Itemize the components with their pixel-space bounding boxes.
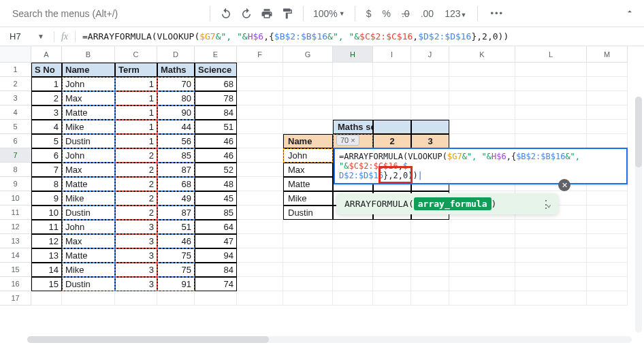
cell-D1[interactable]: Maths [157, 63, 195, 77]
cell-M2[interactable] [587, 77, 628, 91]
cell-G15[interactable] [283, 263, 333, 277]
cell-G11[interactable]: Dustin [283, 206, 333, 220]
cell-H2[interactable] [333, 77, 373, 91]
cell-C13[interactable]: 3 [115, 234, 157, 248]
cell-L6[interactable] [515, 134, 587, 148]
cell-I3[interactable] [373, 91, 411, 105]
cell-J14[interactable] [411, 248, 449, 263]
cell-G12[interactable] [283, 220, 333, 234]
spreadsheet-grid[interactable]: ABCDEFGHIJKLM 1234567891011121314151617 … [0, 46, 644, 345]
cell-E6[interactable]: 46 [195, 134, 237, 148]
cell-F6[interactable] [237, 134, 283, 148]
cell-M15[interactable] [587, 263, 628, 277]
cell-D7[interactable]: 85 [157, 148, 195, 163]
cell-A15[interactable]: 14 [31, 263, 62, 277]
cell-C1[interactable]: Term [115, 63, 157, 77]
cell-F9[interactable] [237, 177, 283, 191]
cell-H4[interactable] [333, 105, 373, 120]
cell-E4[interactable]: 84 [195, 105, 237, 120]
cell-G2[interactable] [283, 77, 333, 91]
format-percent-button[interactable]: % [379, 8, 395, 19]
cell-A7[interactable]: 6 [31, 148, 62, 163]
cell-K2[interactable] [449, 77, 515, 91]
cell-E7[interactable]: 46 [195, 148, 237, 163]
cell-A12[interactable]: 11 [31, 220, 62, 234]
column-header-F[interactable]: F [237, 46, 283, 63]
cell-J6[interactable]: 3 [411, 134, 449, 148]
cell-A9[interactable]: 8 [31, 177, 62, 191]
row-header-8[interactable]: 8 [0, 163, 31, 177]
cell-D11[interactable]: 87 [157, 206, 195, 220]
cell-formula-editor[interactable]: =ARRAYFORMULA(VLOOKUP($G7&", "&H$6,{$B$2… [334, 148, 628, 184]
cell-C5[interactable]: 1 [115, 120, 157, 134]
cell-H15[interactable] [333, 263, 373, 277]
scrollbar-thumb[interactable] [635, 97, 642, 167]
cell-B16[interactable]: Dustin [62, 277, 115, 291]
cell-M16[interactable] [587, 277, 628, 291]
cell-I15[interactable] [373, 263, 411, 277]
row-header-15[interactable]: 15 [0, 263, 31, 277]
cell-F15[interactable] [237, 263, 283, 277]
cell-B8[interactable]: Max [62, 163, 115, 177]
cell-B7[interactable]: John [62, 148, 115, 163]
cell-K12[interactable] [449, 220, 515, 234]
select-all-corner[interactable] [0, 46, 31, 63]
cell-L1[interactable] [515, 63, 587, 77]
cell-M4[interactable] [587, 105, 628, 120]
cell-B6[interactable]: Dustin [62, 134, 115, 148]
row-header-17[interactable]: 17 [0, 291, 31, 306]
cell-H12[interactable] [333, 220, 373, 234]
more-toolbar-icon[interactable]: ••• [485, 8, 509, 18]
undo-icon[interactable] [217, 5, 235, 22]
cell-L3[interactable] [515, 91, 587, 105]
cell-K16[interactable] [449, 277, 515, 291]
cell-D14[interactable]: 75 [157, 248, 195, 263]
cell-E14[interactable]: 94 [195, 248, 237, 263]
cell-D15[interactable]: 75 [157, 263, 195, 277]
scrollbar-thumb[interactable] [27, 336, 269, 343]
cell-F13[interactable] [237, 234, 283, 248]
column-header-E[interactable]: E [195, 46, 237, 63]
print-icon[interactable] [258, 5, 276, 22]
cell-A5[interactable]: 4 [31, 120, 62, 134]
cell-G8[interactable]: Max [283, 163, 333, 177]
cell-A1[interactable]: S No [31, 63, 62, 77]
cell-K5[interactable] [449, 120, 515, 134]
cell-K3[interactable] [449, 91, 515, 105]
cell-B14[interactable]: Matte [62, 248, 115, 263]
cell-G5[interactable] [283, 120, 333, 134]
cell-E12[interactable]: 64 [195, 220, 237, 234]
cell-I13[interactable] [373, 234, 411, 248]
cell-C3[interactable]: 1 [115, 91, 157, 105]
cell-B9[interactable]: Matte [62, 177, 115, 191]
cell-M17[interactable] [587, 291, 628, 306]
cell-H17[interactable] [333, 291, 373, 306]
horizontal-scrollbar[interactable] [27, 336, 632, 343]
cell-L15[interactable] [515, 263, 587, 277]
cell-B1[interactable]: Name [62, 63, 115, 77]
cell-A6[interactable]: 5 [31, 134, 62, 148]
cell-F12[interactable] [237, 220, 283, 234]
cell-C16[interactable]: 3 [115, 277, 157, 291]
cell-M13[interactable] [587, 234, 628, 248]
column-header-I[interactable]: I [373, 46, 411, 63]
cell-C15[interactable]: 3 [115, 263, 157, 277]
close-hint-icon[interactable]: ✕ [558, 179, 570, 191]
cell-F2[interactable] [237, 77, 283, 91]
cell-L2[interactable] [515, 77, 587, 91]
cell-M12[interactable] [587, 220, 628, 234]
cell-C8[interactable]: 2 [115, 163, 157, 177]
cell-L16[interactable] [515, 277, 587, 291]
cell-G4[interactable] [283, 105, 333, 120]
cell-J5[interactable] [411, 120, 449, 134]
cell-E17[interactable] [195, 291, 237, 306]
cell-C9[interactable]: 2 [115, 177, 157, 191]
cell-K13[interactable] [449, 234, 515, 248]
cell-D6[interactable]: 56 [157, 134, 195, 148]
cell-D2[interactable]: 70 [157, 77, 195, 91]
formula-input[interactable]: =ARRAYFORMULA(VLOOKUP($G7&", "&H$6,{$B$2… [76, 31, 509, 42]
cell-F3[interactable] [237, 91, 283, 105]
cell-J17[interactable] [411, 291, 449, 306]
row-header-11[interactable]: 11 [0, 206, 31, 220]
cell-G1[interactable] [283, 63, 333, 77]
